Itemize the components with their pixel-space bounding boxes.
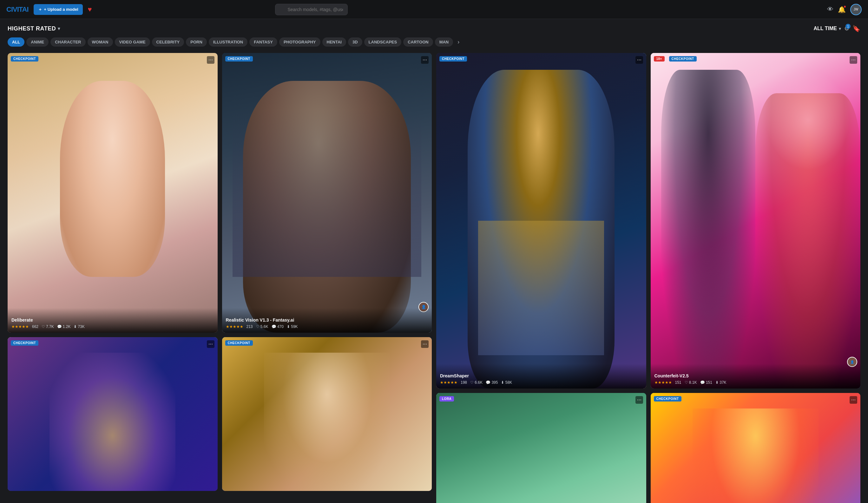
card-menu-ab[interactable]: ⋯	[850, 396, 857, 404]
search-container: 🔍	[275, 4, 465, 15]
card-title-ds: DreamShaper	[440, 373, 642, 378]
model-card-lora-bamboo[interactable]: LORA ⋯	[436, 393, 646, 503]
card-menu-lora[interactable]: ⋯	[636, 396, 643, 404]
card-menu-elf[interactable]: ⋯	[421, 340, 428, 348]
tab-fantasy[interactable]: FANTASY	[249, 38, 277, 46]
card-info-cf: Counterfeit-V2.5 ★★★★★ 151 ♡ 8.1K 💬 151 …	[651, 364, 861, 388]
downloads-rv: ⬇ 59K	[287, 324, 298, 329]
tab-man[interactable]: MAN	[435, 38, 453, 46]
card-badge-lora: LORA	[440, 396, 454, 401]
header: CIVITAI ＋ + Upload a model ♥ 🔍 👁 🔔 JW	[0, 0, 868, 19]
card-menu-button[interactable]: ⋯	[207, 56, 215, 64]
tab-all[interactable]: ALL	[8, 38, 24, 46]
card-badge-checkpoint2: CHECKPOINT	[11, 340, 38, 346]
model-card-dreamshaper[interactable]: CHECKPOINT ⋯ DreamShaper ★★★★★ 198 ♡ 6.6…	[436, 53, 646, 388]
upload-label: + Upload a model	[44, 7, 79, 12]
bookmark-button[interactable]: 🔖	[852, 25, 860, 32]
card-badge-elf: CHECKPOINT	[225, 340, 253, 346]
tab-character[interactable]: CHARACTER	[50, 38, 85, 46]
comments-rv: 💬 470	[271, 324, 283, 329]
likes-rv: ♡ 5.6K	[256, 324, 268, 329]
card-title-cf: Counterfeit-V2.5	[654, 373, 857, 378]
stars-icon: ★★★★★	[11, 324, 29, 329]
card-title-rv: Realistic Vision V1.3 - Fantasy.ai	[226, 317, 428, 323]
filter-icon-button[interactable]: ⚙ 1	[844, 25, 849, 32]
notification-button[interactable]: 🔔	[838, 6, 846, 13]
card-info-rv: Realistic Vision V1.3 - Fantasy.ai ★★★★★…	[222, 308, 432, 333]
card-badge-rv: CHECKPOINT	[225, 56, 253, 62]
likes-cf: ♡ 8.1K	[685, 380, 697, 385]
upload-icon: ＋	[38, 7, 42, 12]
tab-photography[interactable]: PHOTOGRAPHY	[279, 38, 320, 46]
model-card-counterfeit[interactable]: 18+ CHECKPOINT ⋯ 👤 Counterfeit-V2.5 ★★★★…	[651, 53, 861, 388]
card-title: Deliberate	[11, 317, 214, 323]
likes-ds: ♡ 6.6K	[470, 380, 483, 385]
filter-right: ALL TIME ▾ ⚙ 1 🔖	[814, 25, 860, 32]
comments-cf: 💬 151	[700, 380, 712, 385]
card-menu-rv[interactable]: ⋯	[421, 56, 428, 64]
upload-button[interactable]: ＋ + Upload a model	[34, 4, 83, 15]
time-label: ALL TIME	[814, 26, 837, 31]
stars-cf: ★★★★★	[654, 380, 672, 385]
card-badge-checkpoint: CHECKPOINT	[11, 56, 38, 62]
sort-button[interactable]: HIGHEST RATED ▾	[8, 25, 60, 32]
rating-ds: 198	[461, 380, 467, 385]
rating-cf: 151	[675, 380, 681, 385]
tab-video-game[interactable]: VIDEO GAME	[115, 38, 150, 46]
comments-ds: 💬 395	[486, 380, 498, 385]
tab-hentai[interactable]: HENTAI	[322, 38, 346, 46]
time-chevron-icon: ▾	[839, 26, 841, 31]
card-badge-ds: CHECKPOINT	[440, 56, 467, 62]
model-grid: CHECKPOINT ⋯ Deliberate ★★★★★ 662 ♡ 7.7K…	[8, 53, 860, 503]
card-info-ds: DreamShaper ★★★★★ 198 ♡ 6.6K 💬 395 ⬇ 58K	[436, 364, 646, 388]
favorite-icon[interactable]: ♥	[88, 6, 92, 14]
downloads-stat: ⬇ 73K	[74, 324, 84, 329]
card-stats-rv: ★★★★★ 213 ♡ 5.6K 💬 470 ⬇ 59K	[226, 324, 428, 329]
tab-porn[interactable]: PORN	[186, 38, 207, 46]
time-filter-button[interactable]: ALL TIME ▾	[814, 26, 841, 31]
model-card-realistic-vision[interactable]: CHECKPOINT ⋯ 👤 Realistic Vision V1.3 - F…	[222, 53, 432, 333]
card-stats-ds: ★★★★★ 198 ♡ 6.6K 💬 395 ⬇ 58K	[440, 380, 642, 385]
tab-illustration[interactable]: ILLUSTRATION	[209, 38, 247, 46]
sort-chevron-icon: ▾	[58, 26, 60, 31]
tabs-more-button[interactable]: ›	[455, 38, 462, 46]
card-menu-button2[interactable]: ⋯	[207, 340, 215, 348]
model-card-anime-bright[interactable]: CHECKPOINT ⋯	[651, 393, 861, 503]
downloads-ds: ⬇ 58K	[501, 380, 512, 385]
model-card-anime-witch[interactable]: CHECKPOINT ⋯	[8, 337, 218, 491]
tab-3d[interactable]: 3D	[348, 38, 362, 46]
avatar[interactable]: JW	[850, 4, 862, 15]
logo[interactable]: CIVITAI	[6, 6, 29, 14]
sort-label: HIGHEST RATED	[8, 25, 56, 32]
downloads-cf: ⬇ 37K	[715, 380, 726, 385]
tab-anime[interactable]: ANIME	[26, 38, 49, 46]
logo-accent: AI	[22, 6, 29, 13]
logo-text: CIVIT	[6, 6, 22, 13]
tab-celebrity[interactable]: CELEBRITY	[152, 38, 184, 46]
model-card-elf-portrait[interactable]: CHECKPOINT ⋯	[222, 337, 432, 491]
comment-icon: 💬	[57, 324, 62, 329]
card-badge-cf: CHECKPOINT	[669, 56, 697, 62]
top-bar: HIGHEST RATED ▾ ALL TIME ▾ ⚙ 1 🔖	[8, 25, 860, 32]
tab-woman[interactable]: WOMAN	[87, 38, 113, 46]
tab-cartoon[interactable]: CARTOON	[403, 38, 433, 46]
search-input[interactable]	[275, 4, 348, 15]
notification-dot	[843, 5, 846, 8]
rating-count: 662	[32, 324, 38, 329]
likes-stat: ♡ 7.7K	[42, 324, 54, 329]
rating-rv: 213	[247, 324, 253, 329]
comments-stat: 💬 1.2K	[57, 324, 71, 329]
card-badge-ab: CHECKPOINT	[654, 396, 681, 401]
eye-button[interactable]: 👁	[827, 6, 834, 13]
tab-landscapes[interactable]: LANDSCAPES	[364, 38, 402, 46]
card-info: Deliberate ★★★★★ 662 ♡ 7.7K 💬 1.2K ⬇ 73K	[8, 308, 218, 333]
card-menu-ds[interactable]: ⋯	[636, 56, 643, 64]
model-card-deliberate[interactable]: CHECKPOINT ⋯ Deliberate ★★★★★ 662 ♡ 7.7K…	[8, 53, 218, 333]
heart-icon: ♡	[42, 324, 45, 329]
card-stats-cf: ★★★★★ 151 ♡ 8.1K 💬 151 ⬇ 37K	[654, 380, 857, 385]
download-icon: ⬇	[74, 324, 77, 329]
card-stats: ★★★★★ 662 ♡ 7.7K 💬 1.2K ⬇ 73K	[11, 324, 214, 329]
filter-left: HIGHEST RATED ▾	[8, 25, 60, 32]
card-menu-cf[interactable]: ⋯	[850, 56, 857, 64]
filter-badge: 1	[846, 24, 850, 29]
